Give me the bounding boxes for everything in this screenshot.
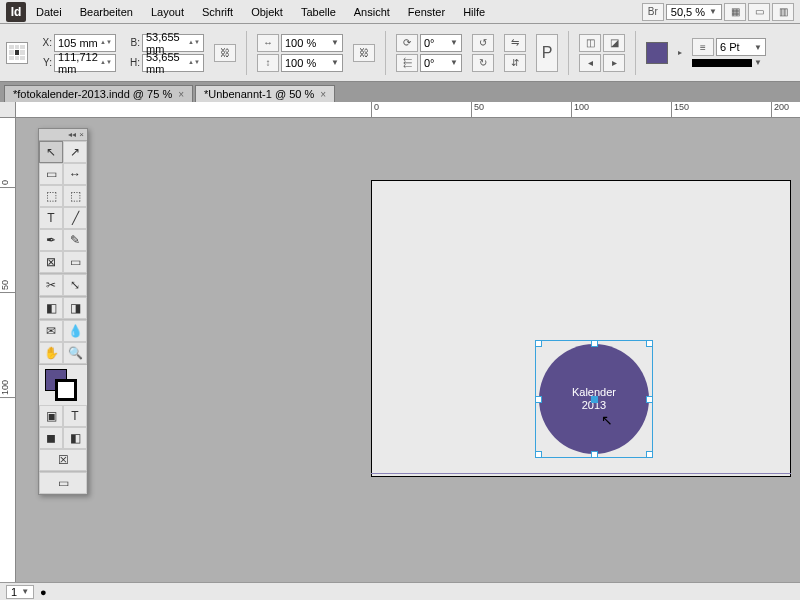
app-icon: Id <box>6 2 26 22</box>
zoom-tool[interactable]: 🔍 <box>63 342 87 364</box>
resize-handle-tl[interactable] <box>535 340 542 347</box>
note-tool[interactable]: ✉ <box>39 320 63 342</box>
menu-datei[interactable]: Datei <box>28 3 70 21</box>
reference-point[interactable] <box>6 42 28 64</box>
tab-fotokalender[interactable]: *fotokalender-2013.indd @ 75 %× <box>4 85 193 102</box>
arrange-button[interactable]: ▥ <box>772 3 794 21</box>
menu-objekt[interactable]: Objekt <box>243 3 291 21</box>
apply-color-button[interactable]: ◼ <box>39 427 63 449</box>
menu-ansicht[interactable]: Ansicht <box>346 3 398 21</box>
horizontal-ruler[interactable]: 0 50 100 150 200 <box>16 102 800 118</box>
scale-x-input[interactable]: 100 %▼ <box>281 34 343 52</box>
tab-unbenannt[interactable]: *Unbenannt-1 @ 50 %× <box>195 85 335 102</box>
rectangle-frame-tool[interactable]: ⊠ <box>39 251 63 273</box>
gradient-swatch-tool[interactable]: ◧ <box>39 297 63 319</box>
fill-stroke-control[interactable] <box>39 365 87 405</box>
x-input[interactable]: 105 mm▲▼ <box>54 34 116 52</box>
hand-tool[interactable]: ✋ <box>39 342 63 364</box>
select-container-button[interactable]: ◫ <box>579 34 601 52</box>
constrain-scale-icon[interactable]: ⛓ <box>353 44 375 62</box>
h-label: H: <box>126 57 140 68</box>
tab-label: *Unbenannt-1 @ 50 % <box>204 88 314 100</box>
direct-selection-tool[interactable]: ↗ <box>63 141 87 163</box>
menu-hilfe[interactable]: Hilfe <box>455 3 493 21</box>
apply-none-button[interactable]: ☒ <box>39 449 87 471</box>
height-input[interactable]: 53,655 mm▲▼ <box>142 54 204 72</box>
formatting-text-button[interactable]: T <box>63 405 87 427</box>
resize-handle-mr[interactable] <box>646 396 653 403</box>
bridge-button[interactable]: Br <box>642 3 664 21</box>
select-prev-button[interactable]: ◂ <box>579 54 601 72</box>
fill-dropdown-icon[interactable]: ▸ <box>678 48 682 57</box>
control-bar: X:105 mm▲▼ Y:111,712 mm▲▼ B:53,655 mm▲▼ … <box>0 24 800 82</box>
eyedropper-tool[interactable]: 💧 <box>63 320 87 342</box>
width-input[interactable]: 53,655 mm▲▼ <box>142 34 204 52</box>
rotate-input[interactable]: 0°▼ <box>420 34 462 52</box>
select-next-button[interactable]: ▸ <box>603 54 625 72</box>
y-input[interactable]: 111,712 mm▲▼ <box>54 54 116 72</box>
constrain-wh-icon[interactable]: ⛓ <box>214 44 236 62</box>
line-tool[interactable]: ╱ <box>63 207 87 229</box>
canvas[interactable]: Kalender 2013 ↖ <box>16 118 800 582</box>
resize-handle-tr[interactable] <box>646 340 653 347</box>
preflight-icon[interactable]: ● <box>40 586 47 598</box>
resize-handle-br[interactable] <box>646 451 653 458</box>
scale-y-input[interactable]: 100 %▼ <box>281 54 343 72</box>
dropdown-icon: ▼ <box>709 7 717 16</box>
center-handle[interactable] <box>591 396 598 403</box>
apply-gradient-button[interactable]: ◧ <box>63 427 87 449</box>
pen-tool[interactable]: ✒ <box>39 229 63 251</box>
select-content-button[interactable]: ◪ <box>603 34 625 52</box>
gap-tool[interactable]: ↔ <box>63 163 87 185</box>
flip-h-button[interactable]: ⇋ <box>504 34 526 52</box>
shear-input[interactable]: 0°▼ <box>420 54 462 72</box>
content-placer-tool[interactable]: ⬚ <box>63 185 87 207</box>
fill-swatch[interactable] <box>646 42 668 64</box>
menu-layout[interactable]: Layout <box>143 3 192 21</box>
panel-header[interactable]: ◂◂× <box>39 129 87 141</box>
view-options-button[interactable]: ▦ <box>724 3 746 21</box>
rotate-cw-button[interactable]: ↻ <box>472 54 494 72</box>
content-collector-tool[interactable]: ⬚ <box>39 185 63 207</box>
resize-handle-ml[interactable] <box>535 396 542 403</box>
rotate-ccw-button[interactable]: ↺ <box>472 34 494 52</box>
stroke-color-icon[interactable] <box>55 379 77 401</box>
menu-schrift[interactable]: Schrift <box>194 3 241 21</box>
pencil-tool[interactable]: ✎ <box>63 229 87 251</box>
type-tool[interactable]: T <box>39 207 63 229</box>
resize-handle-bm[interactable] <box>591 451 598 458</box>
stroke-style-dropdown[interactable] <box>692 59 752 67</box>
stroke-weight-input[interactable]: 6 Pt▼ <box>716 38 766 56</box>
vertical-ruler[interactable]: 0 50 100 <box>0 118 16 582</box>
free-transform-tool[interactable]: ⤡ <box>63 274 87 296</box>
y-label: Y: <box>38 57 52 68</box>
shear-icon: ⬱ <box>396 54 418 72</box>
ruler-origin[interactable] <box>0 102 16 118</box>
zoom-dropdown[interactable]: 50,5 %▼ <box>666 4 722 20</box>
page-nav-dropdown[interactable]: 1▼ <box>6 585 34 599</box>
screen-mode-button[interactable]: ▭ <box>748 3 770 21</box>
screen-mode-toggle[interactable]: ▭ <box>39 472 87 494</box>
paragraph-style-icon[interactable]: P <box>536 34 558 72</box>
scissors-tool[interactable]: ✂ <box>39 274 63 296</box>
horizontal-guide[interactable] <box>371 473 791 474</box>
close-icon[interactable]: × <box>320 89 326 100</box>
gradient-feather-tool[interactable]: ◨ <box>63 297 87 319</box>
menu-bearbeiten[interactable]: Bearbeiten <box>72 3 141 21</box>
scale-y-icon: ↕ <box>257 54 279 72</box>
resize-handle-tm[interactable] <box>591 340 598 347</box>
menu-fenster[interactable]: Fenster <box>400 3 453 21</box>
selected-circle-object[interactable]: Kalender 2013 ↖ <box>539 344 649 454</box>
formatting-container-button[interactable]: ▣ <box>39 405 63 427</box>
selection-tool[interactable]: ↖ <box>39 141 63 163</box>
flip-v-button[interactable]: ⇵ <box>504 54 526 72</box>
close-icon[interactable]: × <box>79 130 84 139</box>
rectangle-tool[interactable]: ▭ <box>63 251 87 273</box>
w-label: B: <box>126 37 140 48</box>
page-tool[interactable]: ▭ <box>39 163 63 185</box>
close-icon[interactable]: × <box>178 89 184 100</box>
menu-tabelle[interactable]: Tabelle <box>293 3 344 21</box>
resize-handle-bl[interactable] <box>535 451 542 458</box>
collapse-icon[interactable]: ◂◂ <box>68 130 76 139</box>
tools-panel[interactable]: ◂◂× ↖ ↗ ▭ ↔ ⬚ ⬚ T ╱ ✒ ✎ ⊠ ▭ ✂ ⤡ ◧ ◨ ✉ 💧 … <box>38 128 88 495</box>
